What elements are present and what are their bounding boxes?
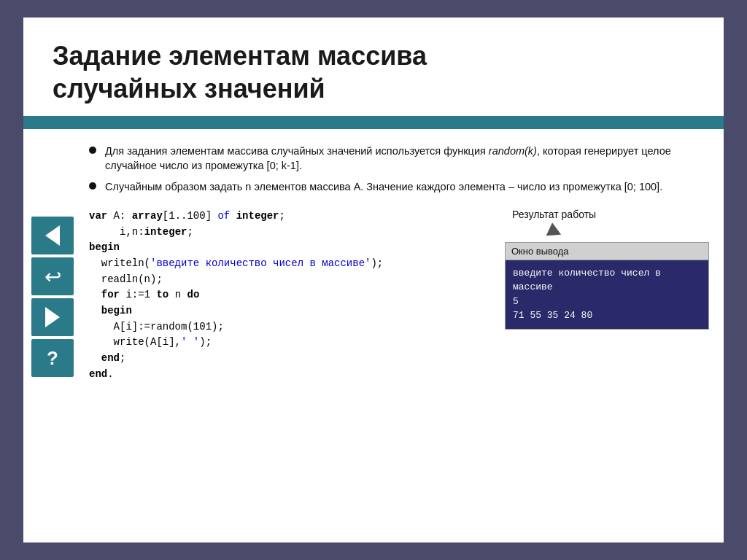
code-line-2: i,n:integer; [89, 225, 494, 241]
result-label: Результат работы [505, 209, 596, 220]
undo-button[interactable]: ↩ [31, 257, 74, 295]
output-line-1: введите количество чисел в массиве [513, 266, 701, 295]
code-line-11: end. [89, 367, 494, 383]
output-window: Окно вывода введите количество чисел в м… [505, 242, 709, 330]
code-inline-random: random(k) [489, 145, 537, 157]
bullet-text-2: Случайным образом задать n элементов мас… [105, 179, 662, 194]
output-line-3: 71 55 35 24 80 [513, 308, 701, 323]
code-line-8: A[i]:=random(101); [89, 319, 494, 335]
nav-buttons: ↩ ? [23, 144, 82, 535]
code-line-3: begin [89, 240, 494, 256]
question-icon: ? [47, 347, 58, 370]
help-button[interactable]: ? [31, 339, 74, 377]
bullet-dot-1 [89, 147, 96, 154]
main-content: Для задания элементам массива случайных … [82, 144, 724, 535]
code-line-6: for i:=1 to n do [89, 287, 494, 303]
play-icon [45, 307, 60, 327]
code-line-5: readln(n); [89, 272, 494, 288]
back-icon [45, 225, 60, 246]
content-area: ↩ ? Для задания элементам массива случай… [23, 129, 724, 542]
slide-title: Задание элементам массива случайных знач… [53, 39, 694, 105]
code-line-10: end; [89, 351, 494, 367]
bullet-text-1: Для задания элементам массива случайных … [105, 144, 709, 174]
arrow-to-output-icon [546, 222, 565, 241]
undo-icon: ↩ [44, 265, 61, 289]
output-content: введите количество чисел в массиве 5 71 … [506, 260, 708, 329]
title-line2: случайных значений [53, 74, 325, 104]
code-line-7: begin [89, 303, 494, 319]
teal-banner [23, 116, 724, 129]
back-button[interactable] [31, 217, 74, 254]
slide: Задание элементам массива случайных знач… [23, 18, 724, 542]
output-line-2: 5 [513, 295, 701, 309]
code-line-1: var A: array[1..100] of integer; [89, 209, 494, 225]
bullets: Для задания элементам массива случайных … [89, 144, 709, 200]
output-title-bar: Окно вывода [506, 243, 708, 260]
code-block: var A: array[1..100] of integer; i,n:int… [89, 209, 494, 383]
code-line-4: writeln('введите количество чисел в масс… [89, 256, 494, 272]
bullet-2: Случайным образом задать n элементов мас… [89, 179, 709, 194]
play-button[interactable] [31, 298, 74, 336]
bullet-dot-2 [89, 182, 96, 190]
title-area: Задание элементам массива случайных знач… [23, 18, 724, 116]
bullet-1: Для задания элементам массива случайных … [89, 144, 709, 174]
title-line1: Задание элементам массива [53, 41, 427, 71]
output-section: Результат работы Окно вывода введите кол… [505, 209, 709, 383]
code-and-output: var A: array[1..100] of integer; i,n:int… [89, 209, 709, 383]
code-line-9: write(A[i],' '); [89, 335, 494, 351]
